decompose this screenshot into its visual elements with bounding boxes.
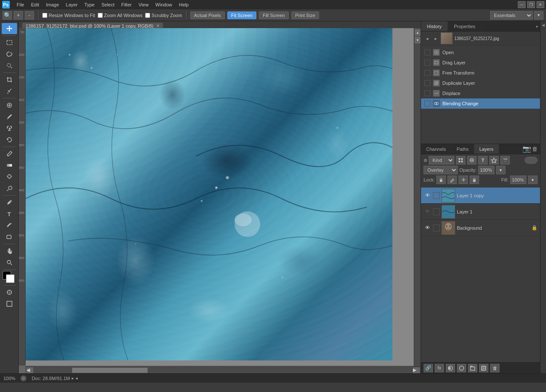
lasso-tool[interactable] [2, 49, 17, 60]
history-tab[interactable]: History [421, 21, 448, 31]
add-mask-btn[interactable] [446, 364, 455, 372]
history-item-duplicate[interactable]: Duplicate Layer [421, 78, 540, 88]
clone-stamp-tool[interactable] [2, 123, 17, 134]
lock-move-btn[interactable]: ✛ [459, 176, 468, 184]
panel-options-icon[interactable]: ▸ [536, 24, 538, 29]
horizontal-scrollbar[interactable]: ◀ ▶ [26, 366, 421, 373]
link-layers-btn[interactable]: 🔗 [424, 364, 433, 372]
rectangle-select-tool[interactable] [2, 37, 17, 48]
menu-window[interactable]: Window [152, 1, 175, 8]
history-brush-tool[interactable] [2, 134, 17, 145]
opacity-dropdown-btn[interactable]: ▾ [496, 166, 505, 174]
menu-view[interactable]: View [136, 1, 152, 8]
layer-visibility-btn[interactable]: 👁 [424, 224, 431, 232]
properties-tab[interactable]: Properties [448, 21, 482, 31]
proof-colors-icon[interactable]: ⊙ [20, 375, 26, 381]
resize-windows-checkbox[interactable]: Resize Windows to Fit [42, 13, 95, 18]
scroll-thumb-h[interactable] [72, 368, 148, 373]
hand-tool[interactable] [2, 245, 17, 257]
channels-tab[interactable]: Channels [421, 144, 451, 154]
opacity-input[interactable] [478, 166, 494, 174]
menu-select[interactable]: Select [99, 1, 118, 8]
history-snapshot-checkbox[interactable] [424, 49, 430, 55]
menu-filter[interactable]: Filter [118, 1, 134, 8]
filter-pixel-btn[interactable] [456, 156, 465, 164]
layer-visibility-btn[interactable]: 👁 [424, 192, 431, 199]
healing-brush-tool[interactable] [2, 100, 17, 111]
lock-all-btn[interactable] [470, 176, 479, 184]
scroll-left-btn[interactable]: ◀ [26, 367, 33, 373]
gradient-tool[interactable] [2, 160, 17, 171]
panel-screenshot-icon[interactable]: 📷 [523, 145, 531, 153]
path-select-tool[interactable] [2, 220, 17, 231]
fit-screen-btn[interactable]: Fit Screen [227, 12, 256, 19]
brush-tool[interactable] [2, 111, 17, 122]
lock-pixel-btn[interactable] [436, 176, 446, 184]
history-item-displace[interactable]: Displace [421, 88, 540, 98]
new-layer-btn[interactable] [479, 364, 488, 372]
history-snapshot-checkbox[interactable] [424, 60, 430, 66]
workspace-dropdown[interactable]: Essentials [490, 11, 533, 20]
scroll-right-btn[interactable]: ▶ [413, 367, 420, 373]
close-button[interactable]: ✕ [537, 1, 544, 8]
doc-info-back-btn[interactable]: ◂ [76, 376, 78, 380]
layer-item-layer1[interactable]: 👁 Layer 1 [421, 204, 540, 220]
shape-tool[interactable] [2, 231, 17, 242]
history-forward-btn[interactable]: ▸ [432, 35, 439, 42]
layer-chain-checkbox[interactable] [433, 192, 440, 199]
scroll-up-btn[interactable]: ▲ [415, 29, 421, 36]
history-item-open[interactable]: Open [421, 47, 540, 58]
print-size-btn[interactable]: Print Size [291, 12, 319, 19]
layer-fx-btn[interactable]: fx [435, 364, 444, 372]
quick-mask-btn[interactable] [2, 287, 17, 298]
filter-type-btn[interactable]: T [478, 156, 488, 164]
new-adjustment-btn[interactable] [457, 364, 466, 372]
layers-tab[interactable]: Layers [474, 144, 499, 154]
history-snapshot-checkbox[interactable] [424, 90, 430, 96]
workspace-menu-btn[interactable]: ▾ [534, 11, 543, 20]
history-snapshot-checkbox[interactable] [424, 80, 430, 86]
scroll-down-btn[interactable]: ▼ [415, 37, 421, 43]
history-item-drag[interactable]: Drag Layer [421, 58, 540, 68]
filter-smart-btn[interactable]: 🎬 [500, 156, 510, 164]
filter-adjustment-btn[interactable] [467, 156, 476, 164]
filter-type-dropdown[interactable]: Kind [429, 156, 454, 164]
history-snapshot-checkbox[interactable] [424, 70, 430, 76]
zoom-in-btn[interactable]: + [14, 11, 23, 20]
fill-input[interactable] [510, 176, 526, 184]
doc-info-btn[interactable]: ▸ [72, 376, 74, 380]
zoom-tool[interactable] [2, 257, 17, 268]
minimize-button[interactable]: — [518, 1, 526, 8]
panel-trash-icon[interactable]: 🗑 [532, 146, 537, 152]
new-group-btn[interactable] [468, 364, 477, 372]
menu-help[interactable]: Help [176, 1, 192, 8]
pen-tool[interactable] [2, 197, 17, 208]
eraser-tool[interactable] [2, 148, 17, 159]
restore-button[interactable]: ❐ [527, 1, 535, 8]
canvas-wrapper[interactable] [26, 28, 421, 366]
lock-draw-btn[interactable] [447, 176, 457, 184]
menu-edit[interactable]: Edit [28, 1, 42, 8]
history-snapshot-checkbox[interactable] [424, 101, 430, 107]
actual-pixels-btn[interactable]: Actual Pixels [190, 12, 225, 19]
screen-mode-btn[interactable] [2, 298, 17, 309]
type-tool[interactable]: T [2, 208, 17, 219]
filter-shape-btn[interactable] [489, 156, 499, 164]
filter-toggle[interactable] [525, 157, 537, 164]
scrubby-zoom-checkbox[interactable]: Scrubby Zoom [145, 13, 182, 18]
layer-visibility-btn[interactable]: 👁 [424, 208, 431, 216]
close-document-btn[interactable]: ✕ [156, 23, 160, 28]
menu-layer[interactable]: Layer [63, 1, 81, 8]
quick-select-tool[interactable] [2, 60, 17, 71]
history-item-transform[interactable]: Free Transform [421, 68, 540, 78]
paths-tab[interactable]: Paths [451, 144, 474, 154]
menu-type[interactable]: Type [81, 1, 98, 8]
history-back-btn[interactable]: ◂ [424, 35, 430, 42]
fill-screen-btn[interactable]: Fill Screen [259, 12, 289, 19]
move-tool[interactable] [2, 23, 17, 34]
vertical-scrollbar[interactable]: ▲ ▼ [414, 28, 421, 366]
delete-layer-btn[interactable]: 🗑 [490, 364, 500, 372]
menu-file[interactable]: File [14, 1, 27, 8]
layer-chain-checkbox[interactable] [433, 208, 440, 215]
layer-chain-checkbox[interactable] [433, 225, 440, 231]
